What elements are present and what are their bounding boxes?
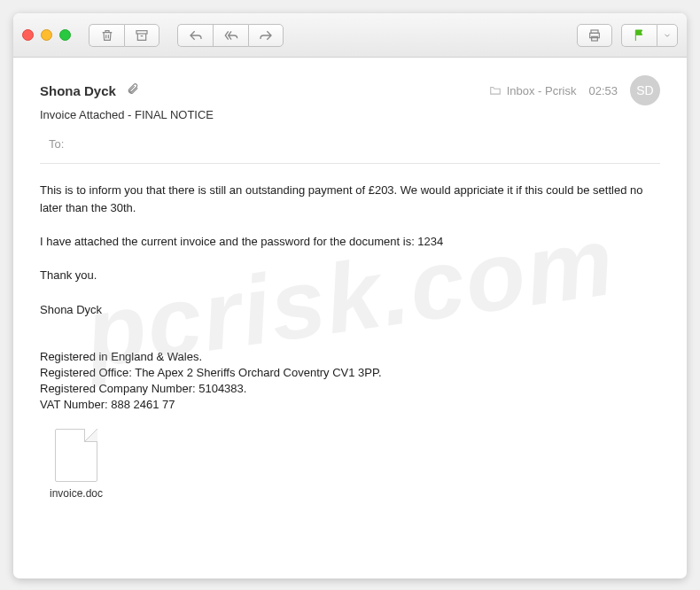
- body-paragraph: I have attached the current invoice and …: [40, 233, 660, 251]
- attachment-filename: invoice.doc: [45, 487, 107, 500]
- footer-block: Registered in England & Wales. Registere…: [40, 349, 660, 414]
- attachment-icon: [127, 82, 139, 99]
- mail-window: Shona Dyck Inbox - Pcrisk 02:53 SD Invoi…: [13, 13, 687, 578]
- print-icon: [587, 28, 602, 43]
- subject-line: Invoice Attached - FINAL NOTICE: [40, 108, 660, 121]
- reply-all-icon: [224, 28, 238, 43]
- archive-icon: [135, 28, 149, 43]
- flag-icon: [633, 28, 647, 43]
- trash-icon: [100, 28, 114, 43]
- maximize-window-button[interactable]: [59, 29, 71, 41]
- svg-rect-3: [592, 36, 598, 41]
- chevron-down-icon: [663, 28, 672, 43]
- titlebar: [13, 13, 687, 58]
- flag-button[interactable]: [621, 24, 657, 47]
- reply-button[interactable]: [177, 24, 213, 47]
- svg-rect-0: [136, 30, 147, 33]
- window-controls: [22, 29, 71, 41]
- to-field[interactable]: To:: [40, 132, 660, 164]
- message-content: Shona Dyck Inbox - Pcrisk 02:53 SD Invoi…: [13, 58, 687, 517]
- footer-line: VAT Number: 888 2461 77: [40, 397, 660, 413]
- print-button[interactable]: [577, 24, 612, 47]
- footer-line: Registered Office: The Apex 2 Sheriffs O…: [40, 365, 660, 381]
- sender-name[interactable]: Shona Dyck: [40, 83, 116, 98]
- forward-icon: [259, 28, 273, 43]
- flag-dropdown-button[interactable]: [657, 24, 678, 47]
- body-signature: Shona Dyck: [40, 301, 660, 319]
- minimize-window-button[interactable]: [41, 29, 52, 41]
- avatar[interactable]: SD: [630, 75, 660, 105]
- body-paragraph: This is to inform you that there is stil…: [40, 182, 660, 217]
- reply-icon: [189, 28, 203, 43]
- delete-button[interactable]: [89, 24, 124, 47]
- message-time: 02:53: [588, 84, 618, 97]
- footer-line: Registered Company Number: 5104383.: [40, 381, 660, 397]
- footer-line: Registered in England & Wales.: [40, 349, 660, 365]
- document-icon: [55, 429, 97, 482]
- folder-icon: [489, 84, 502, 97]
- reply-all-button[interactable]: [213, 24, 248, 47]
- folder-label[interactable]: Inbox - Pcrisk: [489, 84, 577, 97]
- close-window-button[interactable]: [22, 29, 34, 41]
- attachment-item[interactable]: invoice.doc: [45, 429, 107, 500]
- archive-button[interactable]: [124, 24, 159, 47]
- forward-button[interactable]: [248, 24, 284, 47]
- message-body: This is to inform you that there is stil…: [40, 182, 660, 319]
- body-paragraph: Thank you.: [40, 267, 660, 284]
